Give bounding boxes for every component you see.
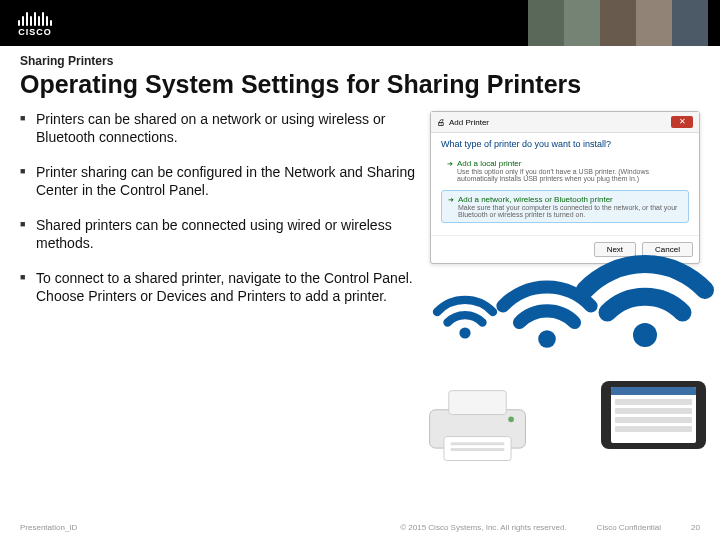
arrow-right-icon: ➔ [448, 196, 454, 204]
option-title: Add a network, wireless or Bluetooth pri… [458, 195, 613, 204]
header-photo-strip [528, 0, 708, 46]
cisco-logo: CISCO [18, 10, 52, 37]
slide-footer: Presentation_ID © 2015 Cisco Systems, In… [20, 523, 700, 532]
option-title: Add a local printer [457, 159, 521, 168]
svg-point-8 [508, 416, 514, 422]
slide-kicker: Sharing Printers [20, 54, 700, 68]
footer-page-number: 20 [691, 523, 700, 532]
top-bar: CISCO [0, 0, 720, 46]
slide-content: Printers can be shared on a network or u… [0, 103, 720, 449]
option-network-printer[interactable]: ➔Add a network, wireless or Bluetooth pr… [441, 190, 689, 223]
svg-point-0 [459, 327, 470, 338]
list-item: Printers can be shared on a network or u… [20, 111, 420, 146]
list-item: Shared printers can be connected using w… [20, 217, 420, 252]
wifi-icon [570, 230, 720, 350]
slide-header: Sharing Printers Operating System Settin… [0, 46, 720, 103]
printer-icon [420, 381, 535, 461]
dialog-title-text: Add Printer [449, 118, 489, 127]
logo-text: CISCO [18, 28, 52, 37]
dialog-question: What type of printer do you want to inst… [441, 139, 689, 149]
printer-icon: 🖨 [437, 118, 445, 127]
option-local-printer[interactable]: ➔Add a local printer Use this option onl… [441, 155, 689, 186]
tablet-icon [601, 381, 706, 449]
svg-point-2 [633, 323, 657, 347]
svg-rect-6 [451, 442, 505, 445]
wifi-illustration [430, 274, 700, 449]
footer-confidential: Cisco Confidential [597, 523, 661, 532]
bullet-list: Printers can be shared on a network or u… [20, 111, 420, 449]
option-desc: Use this option only if you don't have a… [457, 168, 683, 182]
footer-copyright: © 2015 Cisco Systems, Inc. All rights re… [400, 523, 566, 532]
svg-point-1 [538, 330, 556, 348]
wifi-icon [430, 284, 500, 340]
list-item: Printer sharing can be configured in the… [20, 164, 420, 199]
svg-rect-7 [451, 448, 505, 451]
slide-title: Operating System Settings for Sharing Pr… [20, 70, 700, 99]
arrow-right-icon: ➔ [447, 160, 453, 168]
dialog-titlebar: 🖨 Add Printer ✕ [431, 112, 699, 133]
logo-bars-icon [18, 10, 52, 26]
svg-rect-4 [449, 391, 507, 415]
list-item: To connect to a shared printer, navigate… [20, 270, 420, 305]
dialog-body: What type of printer do you want to inst… [431, 133, 699, 235]
footer-presentation-id: Presentation_ID [20, 523, 77, 532]
option-desc: Make sure that your computer is connecte… [458, 204, 682, 218]
right-column: 🖨 Add Printer ✕ What type of printer do … [430, 111, 700, 449]
close-icon[interactable]: ✕ [671, 116, 693, 128]
